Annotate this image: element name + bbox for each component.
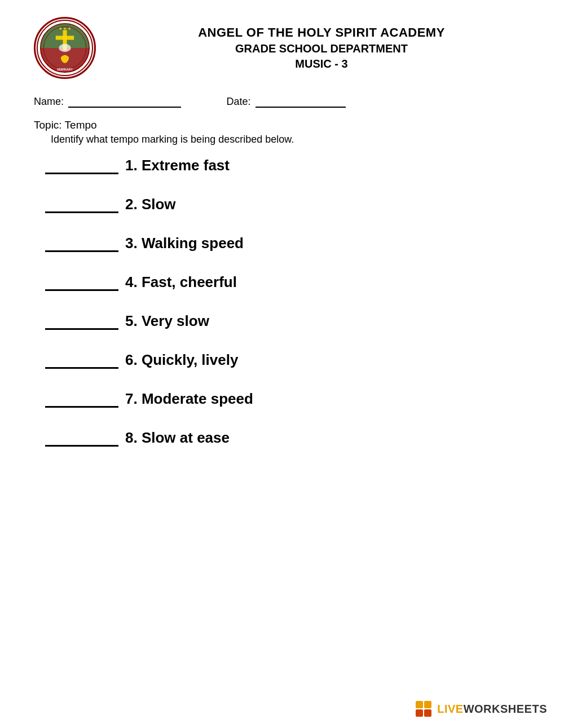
question-item: 5. Very slow bbox=[34, 312, 530, 330]
date-underline bbox=[255, 96, 346, 108]
question-text: 1. Extreme fast bbox=[125, 157, 230, 174]
question-item: 7. Moderate speed bbox=[34, 390, 530, 408]
question-text: 2. Slow bbox=[125, 196, 176, 213]
question-item: 3. Walking speed bbox=[34, 235, 530, 252]
question-text: 7. Moderate speed bbox=[125, 390, 253, 408]
name-field: Name: bbox=[34, 96, 181, 108]
svg-point-3 bbox=[59, 44, 71, 52]
subject-name: MUSIC - 3 bbox=[113, 58, 530, 70]
date-label: Date: bbox=[226, 96, 250, 107]
question-text: 8. Slow at ease bbox=[125, 429, 230, 447]
question-item: 8. Slow at ease bbox=[34, 429, 530, 447]
questions-list: 1. Extreme fast 2. Slow 3. Walking speed… bbox=[34, 157, 530, 447]
lw-square-br bbox=[424, 709, 431, 717]
answer-line bbox=[45, 279, 118, 291]
lw-worksheets-text: WORKSHEETS bbox=[464, 703, 547, 715]
school-logo: ★ ★ ★ SEMINARY bbox=[34, 17, 96, 79]
question-text: 5. Very slow bbox=[125, 312, 209, 330]
svg-text:SEMINARY: SEMINARY bbox=[57, 68, 73, 71]
question-item: 4. Fast, cheerful bbox=[34, 273, 530, 291]
question-text: 6. Quickly, lively bbox=[125, 351, 238, 369]
question-item: 6. Quickly, lively bbox=[34, 351, 530, 369]
question-item: 2. Slow bbox=[34, 196, 530, 213]
name-date-row: Name: Date: bbox=[34, 96, 530, 108]
school-name: ANGEL OF THE HOLY SPIRIT ACADEMY bbox=[113, 25, 530, 40]
question-text: 4. Fast, cheerful bbox=[125, 273, 237, 291]
department-name: GRADE SCHOOL DEPARTMENT bbox=[113, 42, 530, 55]
date-field: Date: bbox=[226, 96, 345, 108]
answer-line bbox=[45, 435, 118, 447]
lw-logo bbox=[416, 701, 433, 717]
svg-rect-2 bbox=[56, 36, 74, 39]
answer-line bbox=[45, 396, 118, 408]
answer-line bbox=[45, 357, 118, 369]
lw-square-bl bbox=[416, 709, 423, 717]
lw-square-tl bbox=[416, 701, 423, 708]
name-label: Name: bbox=[34, 96, 64, 107]
lw-icon bbox=[416, 701, 431, 717]
lw-square-tr bbox=[424, 701, 431, 708]
answer-line bbox=[45, 318, 118, 330]
topic-label: Topic: Tempo bbox=[34, 119, 530, 131]
school-header-text: ANGEL OF THE HOLY SPIRIT ACADEMY GRADE S… bbox=[113, 25, 530, 70]
topic-instruction: Identify what tempo marking is being des… bbox=[51, 134, 530, 145]
topic-section: Topic: Tempo Identify what tempo marking… bbox=[34, 119, 530, 145]
question-text: 3. Walking speed bbox=[125, 235, 244, 252]
answer-line bbox=[45, 240, 118, 252]
svg-text:★ ★ ★: ★ ★ ★ bbox=[59, 26, 71, 31]
lw-live-text: LIVE bbox=[437, 703, 463, 715]
answer-line bbox=[45, 162, 118, 174]
liveworksheets-badge: LIVEWORKSHEETS bbox=[416, 701, 547, 717]
question-item: 1. Extreme fast bbox=[34, 157, 530, 174]
answer-line bbox=[45, 201, 118, 213]
page-header: ★ ★ ★ SEMINARY ANGEL OF THE HOLY SPIRIT … bbox=[34, 17, 530, 79]
name-underline bbox=[68, 96, 181, 108]
lw-text: LIVEWORKSHEETS bbox=[437, 703, 547, 716]
